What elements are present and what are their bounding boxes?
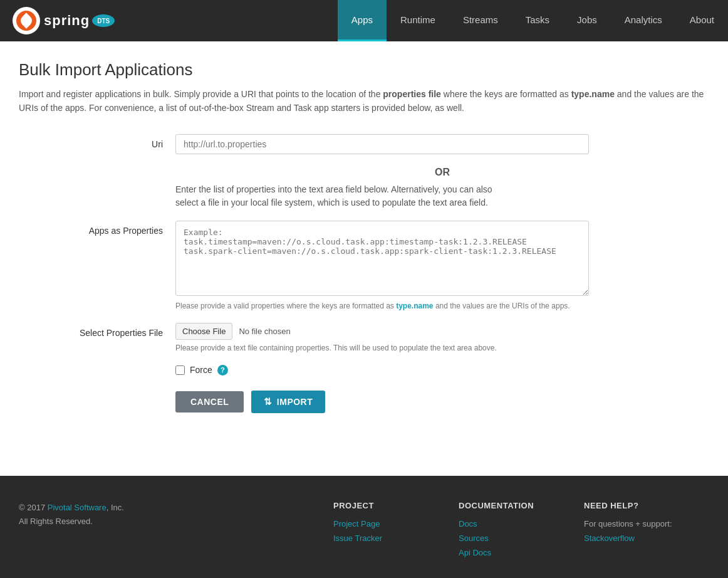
page-title: Bulk Import Applications — [19, 60, 709, 80]
bulk-import-form: Uri OR Enter the list of properties into… — [19, 134, 709, 413]
footer-col-docs: DOCUMENTATION Docs Sources Api Docs — [459, 501, 584, 562]
footer: © 2017 Pivotal Software, Inc. All Rights… — [0, 476, 728, 578]
logo-leaf — [18, 13, 34, 28]
properties-hint: Please provide a valid properties where … — [175, 302, 589, 310]
choose-file-label: Choose File — [182, 327, 226, 336]
desc-bold1: properties file — [383, 89, 441, 99]
apps-properties-wrap: Please provide a valid properties where … — [175, 221, 589, 310]
uri-input-wrap — [175, 134, 589, 154]
main-content: Bulk Import Applications Import and regi… — [0, 41, 728, 438]
footer-col-help: NEED HELP? For questions + support: Stac… — [584, 501, 709, 562]
uri-input[interactable] — [175, 134, 589, 154]
docs-heading: DOCUMENTATION — [459, 501, 584, 510]
no-file-label: No file chosen — [239, 327, 290, 336]
hint1-start: Please provide a valid properties where … — [175, 302, 396, 310]
nav-streams[interactable]: Streams — [449, 0, 512, 41]
file-label: Select Properties File — [19, 323, 175, 338]
footer-issue-tracker[interactable]: Issue Tracker — [333, 533, 459, 543]
help-heading: NEED HELP? — [584, 501, 709, 510]
file-chooser-group: Choose File No file chosen — [175, 323, 589, 340]
footer-sources[interactable]: Sources — [459, 533, 584, 543]
logo-circle — [13, 7, 40, 34]
or-description: Enter the list of properties into the te… — [19, 183, 709, 209]
button-row: CANCEL ⇅ IMPORT — [19, 391, 709, 413]
copyright-text: © 2017 Pivotal Software, Inc. All Rights… — [19, 501, 333, 528]
uri-label: Uri — [19, 134, 175, 149]
desc-start: Import and register applications in bulk… — [19, 89, 383, 99]
force-help-icon[interactable]: ? — [217, 365, 228, 376]
pivotal-link[interactable]: Pivotal Software — [48, 503, 107, 512]
force-checkbox[interactable] — [175, 365, 185, 375]
file-input-wrap: Choose File No file chosen Please provid… — [175, 323, 589, 352]
footer-stackoverflow[interactable]: Stackoverflow — [584, 533, 709, 543]
copyright-start: © 2017 — [19, 503, 48, 512]
nav-runtime[interactable]: Runtime — [387, 0, 449, 41]
nav-jobs[interactable]: Jobs — [563, 0, 611, 41]
import-icon: ⇅ — [264, 396, 273, 407]
footer-docs[interactable]: Docs — [459, 519, 584, 528]
file-hint: Please provide a text file containing pr… — [175, 344, 589, 352]
copyright-end: , Inc. — [107, 503, 124, 512]
footer-col-copyright: © 2017 Pivotal Software, Inc. All Rights… — [19, 501, 333, 562]
brand-logo[interactable]: spring DTS — [0, 7, 127, 34]
brand-hat: DTS — [92, 14, 115, 27]
footer-col-project: PROJECT Project Page Issue Tracker — [333, 501, 459, 562]
desc-bold2: type.name — [571, 89, 615, 99]
nav-about[interactable]: About — [676, 0, 728, 41]
import-button[interactable]: ⇅ IMPORT — [251, 391, 325, 413]
or-divider: OR — [19, 167, 709, 178]
import-label: IMPORT — [277, 397, 313, 407]
nav-apps[interactable]: Apps — [338, 0, 387, 41]
hint1-end: and the values are the URIs of the apps. — [434, 302, 570, 310]
hint1-key: type.name — [396, 302, 433, 310]
apps-properties-textarea[interactable] — [175, 221, 589, 296]
footer-api-docs[interactable]: Api Docs — [459, 548, 584, 557]
project-heading: PROJECT — [333, 501, 459, 510]
choose-file-button[interactable]: Choose File — [175, 323, 232, 340]
page-description: Import and register applications in bulk… — [19, 87, 709, 115]
brand-text: spring — [44, 13, 90, 29]
desc-middle: where the keys are formatted as — [441, 89, 571, 99]
cancel-button[interactable]: CANCEL — [175, 391, 244, 412]
uri-row: Uri — [19, 134, 709, 154]
apps-properties-label: Apps as Properties — [19, 221, 175, 236]
nav-links: Apps Runtime Streams Tasks Jobs Analytic… — [338, 0, 728, 41]
logo-inner — [16, 11, 36, 31]
navigation: spring DTS Apps Runtime Streams Tasks Jo… — [0, 0, 728, 41]
file-row: Select Properties File Choose File No fi… — [19, 323, 709, 352]
nav-tasks[interactable]: Tasks — [512, 0, 563, 41]
force-row: Force ? — [19, 365, 709, 376]
footer-project-page[interactable]: Project Page — [333, 519, 459, 528]
help-text: For questions + support: — [584, 519, 709, 528]
footer-grid: © 2017 Pivotal Software, Inc. All Rights… — [19, 501, 709, 562]
all-rights: All Rights Reserved. — [19, 517, 93, 526]
apps-properties-row: Apps as Properties Please provide a vali… — [19, 221, 709, 310]
force-label: Force — [190, 365, 212, 375]
nav-analytics[interactable]: Analytics — [611, 0, 676, 41]
